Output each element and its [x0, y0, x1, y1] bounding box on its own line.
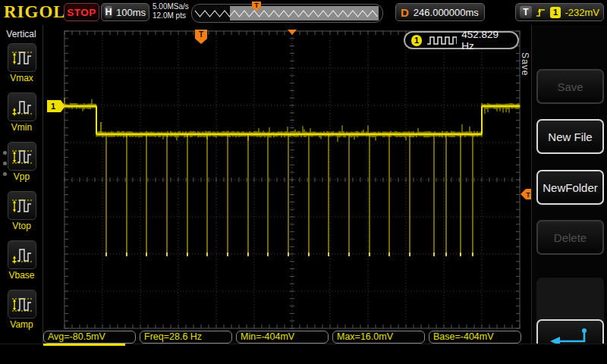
- vmax-icon: [8, 43, 36, 72]
- vtop-icon: [8, 191, 36, 220]
- soft-button-newfolder[interactable]: NewFolder: [536, 170, 604, 205]
- left-measure-menu: Vertical VmaxVminVppVtopVbaseVamp: [0, 25, 43, 344]
- menu-item-vmin[interactable]: Vmin: [0, 93, 43, 133]
- sample-rate: 5.00MSa/s: [153, 2, 189, 11]
- center-position-marker: [288, 30, 297, 35]
- measurement-base[interactable]: Base=-404mV: [429, 331, 521, 344]
- soft-button-new-file[interactable]: New File: [536, 119, 604, 154]
- measurement-avg[interactable]: Avg=-80.5mV: [43, 331, 136, 344]
- delay-label: D: [401, 6, 409, 19]
- measurement-freq[interactable]: Freq=28.6 Hz: [140, 331, 232, 344]
- vamp-icon: [8, 290, 36, 318]
- graticule: 1TT: [43, 25, 536, 344]
- menu-item-vamp[interactable]: Vamp: [0, 290, 43, 330]
- timebase-display[interactable]: H 100ms: [101, 3, 149, 21]
- menu-item-label: Vmax: [0, 73, 43, 83]
- waveform-preview-strip: [191, 4, 383, 23]
- trigger-label-badge: T: [520, 6, 532, 18]
- freq-value: 452.829 Hz: [461, 29, 511, 52]
- delay-value: 246.000000ms: [414, 7, 479, 18]
- waveform-preview-zigzag: [192, 5, 381, 20]
- run-state-indicator[interactable]: STOP: [64, 3, 99, 21]
- menu-item-label: Vamp: [0, 319, 43, 330]
- svg-text:T: T: [199, 30, 203, 39]
- trigger-position-marker: T: [195, 30, 207, 44]
- soft-button-save[interactable]: Save: [536, 69, 604, 104]
- freq-channel-badge: 1: [411, 35, 422, 46]
- menu-item-label: Vbase: [0, 270, 43, 281]
- horizontal-badge: H: [105, 6, 112, 18]
- rising-edge-icon: [536, 7, 546, 18]
- soft-menu-panel: SaveNew FileNewFolderDelete: [531, 25, 607, 344]
- menu-scroll-dot: [3, 151, 7, 155]
- menu-item-vmax[interactable]: Vmax: [0, 43, 43, 83]
- run-state-label: STOP: [67, 7, 96, 18]
- channel-status-bar: 1100mV21.00 V31.00 V450.0mV: [0, 344, 607, 364]
- menu-scroll-dot: [3, 162, 7, 165]
- channel1-level-marker: 1: [47, 100, 65, 112]
- svg-text:T: T: [526, 191, 530, 199]
- vpp-icon: [8, 142, 36, 171]
- rigol-logo: RIGOL: [4, 2, 66, 22]
- soft-button-delete[interactable]: Delete: [536, 220, 604, 255]
- memory-depth: 12.0M pts: [153, 11, 189, 20]
- trigger-level-value: -232mV: [565, 7, 599, 18]
- svg-text:1: 1: [51, 102, 55, 111]
- timebase-value: 100ms: [116, 7, 146, 18]
- frequency-counter: 1 452.829 Hz: [404, 31, 519, 49]
- menu-scroll-dot: [3, 172, 7, 176]
- menu-item-vtop[interactable]: Vtop: [0, 191, 43, 231]
- header-bar: RIGOL STOP H 100ms 5.00MSa/s 12.0M pts T…: [0, 0, 607, 24]
- acquisition-info: 5.00MSa/s 12.0M pts: [153, 2, 189, 20]
- measurement-min[interactable]: Min=-404mV: [236, 331, 329, 344]
- menu-item-label: Vtop: [0, 221, 43, 231]
- trigger-readout: T 1 -232mV: [515, 3, 604, 21]
- vbase-icon: [8, 240, 36, 269]
- square-wave-icon: [426, 35, 457, 46]
- vmin-icon: [8, 93, 36, 121]
- delay-readout: D 246.000000ms: [395, 3, 485, 21]
- measurement-selected-underline: [43, 344, 125, 346]
- menu-item-label: Vmin: [0, 122, 43, 133]
- measurement-max[interactable]: Max=16.0mV: [332, 331, 425, 344]
- menu-title: Vertical: [0, 29, 42, 39]
- menu-item-vbase[interactable]: Vbase: [0, 240, 43, 281]
- trigger-source-badge: 1: [550, 7, 561, 18]
- soft-menu-tab[interactable]: Save: [519, 42, 530, 87]
